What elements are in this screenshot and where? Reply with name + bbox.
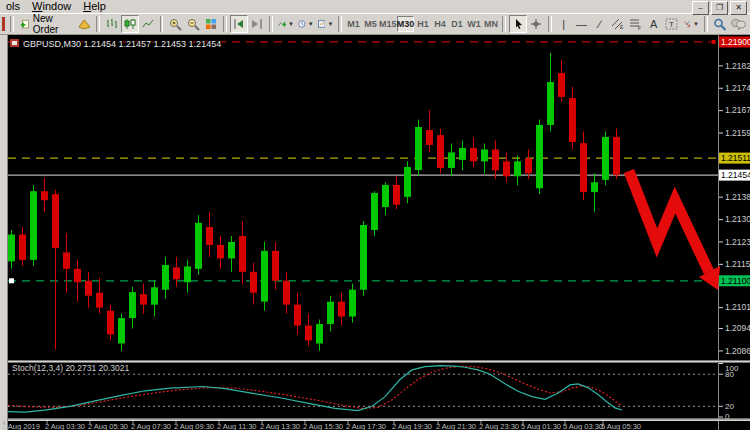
svg-text:T: T xyxy=(669,20,674,29)
metaeditor-icon xyxy=(78,19,91,30)
arrows-tool[interactable]: ▼ xyxy=(681,15,701,33)
svg-text:1.21511: 1.21511 xyxy=(721,153,750,163)
svg-text:GBPUSD,M30 1.21454 1.21457 1.: GBPUSD,M30 1.21454 1.21457 1.21453 1.214… xyxy=(23,39,221,49)
svg-text:1.21900: 1.21900 xyxy=(721,37,750,47)
svg-text:2 Aug 05:30: 2 Aug 05:30 xyxy=(88,422,128,430)
metaeditor-button[interactable] xyxy=(75,15,93,33)
toolbar-separator xyxy=(269,16,273,32)
svg-text:20: 20 xyxy=(725,402,734,411)
cursor-icon xyxy=(513,18,524,30)
svg-text:2 Aug 17:30: 2 Aug 17:30 xyxy=(346,422,386,430)
svg-text:2 Aug 2019: 2 Aug 2019 xyxy=(2,422,40,430)
autoscroll-button[interactable] xyxy=(230,15,248,33)
candlestick-chart-button[interactable] xyxy=(121,15,139,33)
community-chat-button[interactable] xyxy=(729,15,748,33)
crosshair-button[interactable] xyxy=(527,15,545,33)
equidistant-channel-tool[interactable]: E xyxy=(609,15,627,33)
search-button[interactable] xyxy=(711,15,729,33)
indicators-icon xyxy=(278,18,287,30)
toolbar-separator xyxy=(502,16,506,32)
horizontal-line-tool[interactable]: — xyxy=(573,15,591,33)
svg-text:1.21100: 1.21100 xyxy=(721,276,750,286)
fibonacci-tool[interactable]: F xyxy=(627,15,645,33)
candlestick-chart-icon xyxy=(124,18,136,30)
svg-text:1.21230: 1.21230 xyxy=(725,237,750,247)
zoom-in-button[interactable] xyxy=(166,15,184,33)
svg-text:Stoch(12,3,4) 20.2731 20.3021: Stoch(12,3,4) 20.2731 20.3021 xyxy=(12,363,129,373)
cursor-button[interactable] xyxy=(509,15,527,33)
timeframe-d1-button[interactable]: D1 xyxy=(448,16,465,32)
restore-button[interactable]: ❐ xyxy=(711,1,728,15)
new-order-button[interactable]: New Order xyxy=(17,15,76,33)
vertical-line-tool[interactable]: | xyxy=(555,15,573,33)
timeframe-mn-button[interactable]: MN xyxy=(482,16,499,32)
tile-windows-button[interactable] xyxy=(202,15,220,33)
fibonacci-icon: F xyxy=(629,18,642,30)
cropped-icon xyxy=(2,17,5,31)
timeframe-m1-button[interactable]: M1 xyxy=(345,16,362,32)
toolbar-separator xyxy=(160,16,164,32)
menu-bar: ols Window Help – ❐ ✕ xyxy=(0,0,750,13)
chart-svg[interactable]: 1.218951.218201.217451.216701.215951.213… xyxy=(0,34,750,430)
new-order-icon xyxy=(20,18,30,31)
svg-text:2 Aug 09:30: 2 Aug 09:30 xyxy=(174,422,214,430)
zoom-in-icon xyxy=(169,18,182,31)
periods-button[interactable]: ▼ xyxy=(296,15,316,33)
chat-icon xyxy=(731,18,746,30)
line-chart-button[interactable] xyxy=(139,15,157,33)
crosshair-icon xyxy=(530,18,542,30)
chevron-down-icon: ▼ xyxy=(288,21,294,27)
text-label-tool[interactable]: T xyxy=(663,15,681,33)
svg-text:2 Aug 21:30: 2 Aug 21:30 xyxy=(436,422,476,430)
window-controls: – ❐ ✕ xyxy=(692,1,747,15)
template-icon xyxy=(318,18,326,30)
svg-text:2 Aug 03:30: 2 Aug 03:30 xyxy=(45,422,85,430)
bar-chart-button[interactable] xyxy=(103,15,121,33)
toolbar-separator xyxy=(10,16,14,32)
toolbar-separator xyxy=(548,16,552,32)
chevron-down-icon: ▼ xyxy=(308,21,314,27)
channel-icon: E xyxy=(611,18,624,30)
svg-text:E: E xyxy=(620,24,624,30)
chart-shift-button[interactable] xyxy=(248,15,266,33)
zoom-out-button[interactable] xyxy=(184,15,202,33)
svg-text:1.21820: 1.21820 xyxy=(725,61,750,71)
text-label-icon: T xyxy=(665,18,678,30)
chart-shift-icon xyxy=(251,18,263,30)
svg-text:1.21745: 1.21745 xyxy=(725,83,750,93)
toolbar-separator xyxy=(704,16,708,32)
indicators-button[interactable]: ▼ xyxy=(276,15,296,33)
timeframe-m5-button[interactable]: M5 xyxy=(362,16,379,32)
timeframe-m30-button[interactable]: M30 xyxy=(397,16,415,32)
toolbar-separator xyxy=(223,16,227,32)
clock-icon xyxy=(298,18,306,30)
svg-text:80: 80 xyxy=(725,370,734,379)
svg-text:5 Aug 05:30: 5 Aug 05:30 xyxy=(601,422,641,430)
svg-text:1.21595: 1.21595 xyxy=(725,128,750,138)
menu-item-help[interactable]: Help xyxy=(79,0,114,13)
menu-item-tools-partial[interactable]: ols xyxy=(2,0,28,13)
svg-text:1.21010: 1.21010 xyxy=(725,302,750,312)
text-tool[interactable]: A xyxy=(645,15,663,33)
timeframe-m15-button[interactable]: M15 xyxy=(379,16,397,32)
trendline-tool[interactable]: ∕ xyxy=(591,15,609,33)
close-button[interactable]: ✕ xyxy=(730,1,747,15)
svg-text:2 Aug 13:30: 2 Aug 13:30 xyxy=(260,422,300,430)
templates-button[interactable]: ▼ xyxy=(316,15,336,33)
svg-text:1.20865: 1.20865 xyxy=(725,346,750,356)
svg-text:1.21155: 1.21155 xyxy=(725,259,750,269)
svg-text:2 Aug 19:30: 2 Aug 19:30 xyxy=(392,422,432,430)
timeframe-h4-button[interactable]: H4 xyxy=(431,16,448,32)
timeframe-h1-button[interactable]: H1 xyxy=(414,16,431,32)
svg-text:2 Aug 07:30: 2 Aug 07:30 xyxy=(131,422,171,430)
svg-text:1.21454: 1.21454 xyxy=(721,170,750,180)
timeframe-w1-button[interactable]: W1 xyxy=(465,16,482,32)
svg-text:1.20940: 1.20940 xyxy=(725,323,750,333)
menu-item-window[interactable]: Window xyxy=(28,0,79,13)
toolbar-separator xyxy=(338,16,342,32)
new-order-label: New Order xyxy=(33,13,70,35)
minimize-button[interactable]: – xyxy=(692,1,709,15)
line-chart-icon xyxy=(142,18,154,30)
chart-window[interactable]: 1.218951.218201.217451.216701.215951.213… xyxy=(0,34,750,430)
arrows-icon xyxy=(683,18,692,30)
